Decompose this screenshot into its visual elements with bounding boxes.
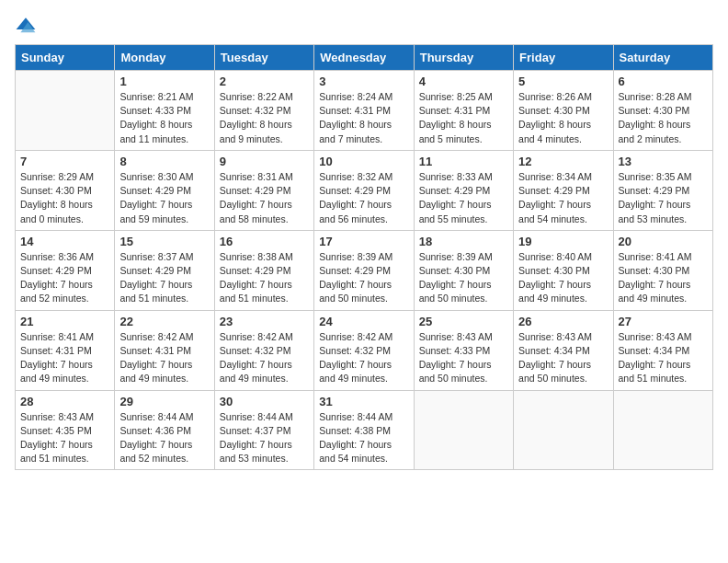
day-info: Sunrise: 8:43 AM Sunset: 4:34 PM Dayligh…: [518, 330, 608, 386]
weekday-header-thursday: Thursday: [414, 45, 513, 71]
day-info: Sunrise: 8:40 AM Sunset: 4:30 PM Dayligh…: [518, 250, 608, 306]
calendar-cell: 22Sunrise: 8:42 AM Sunset: 4:31 PM Dayli…: [115, 310, 214, 390]
day-info: Sunrise: 8:25 AM Sunset: 4:31 PM Dayligh…: [419, 90, 508, 146]
weekday-header-tuesday: Tuesday: [214, 45, 313, 71]
day-number: 22: [119, 315, 209, 328]
calendar-cell: 31Sunrise: 8:44 AM Sunset: 4:38 PM Dayli…: [314, 390, 414, 470]
day-info: Sunrise: 8:44 AM Sunset: 4:36 PM Dayligh…: [119, 410, 209, 466]
calendar-cell: 20Sunrise: 8:41 AM Sunset: 4:30 PM Dayli…: [613, 230, 712, 310]
calendar-cell: 21Sunrise: 8:41 AM Sunset: 4:31 PM Dayli…: [16, 310, 115, 390]
calendar-cell: 10Sunrise: 8:32 AM Sunset: 4:29 PM Dayli…: [314, 150, 414, 230]
logo: [15, 15, 40, 37]
calendar-table: SundayMondayTuesdayWednesdayThursdayFrid…: [15, 44, 713, 470]
day-number: 20: [619, 235, 708, 248]
day-info: Sunrise: 8:31 AM Sunset: 4:29 PM Dayligh…: [220, 170, 309, 226]
calendar-header-row: SundayMondayTuesdayWednesdayThursdayFrid…: [16, 45, 713, 71]
day-info: Sunrise: 8:39 AM Sunset: 4:29 PM Dayligh…: [319, 250, 408, 306]
calendar-cell: 27Sunrise: 8:43 AM Sunset: 4:34 PM Dayli…: [613, 310, 712, 390]
day-number: 28: [20, 395, 109, 408]
day-info: Sunrise: 8:36 AM Sunset: 4:29 PM Dayligh…: [20, 250, 109, 306]
day-number: 3: [319, 75, 408, 88]
day-number: 1: [119, 75, 209, 88]
day-number: 26: [518, 315, 608, 328]
day-number: 8: [119, 155, 209, 168]
calendar-cell: 19Sunrise: 8:40 AM Sunset: 4:30 PM Dayli…: [514, 230, 613, 310]
day-number: 5: [518, 75, 608, 88]
day-number: 21: [20, 315, 109, 328]
day-number: 2: [220, 75, 309, 88]
day-number: 7: [20, 155, 109, 168]
weekday-header-friday: Friday: [514, 45, 613, 71]
day-info: Sunrise: 8:44 AM Sunset: 4:38 PM Dayligh…: [319, 410, 408, 466]
calendar-cell: 3Sunrise: 8:24 AM Sunset: 4:31 PM Daylig…: [314, 71, 414, 151]
calendar-cell: 25Sunrise: 8:43 AM Sunset: 4:33 PM Dayli…: [414, 310, 513, 390]
day-info: Sunrise: 8:39 AM Sunset: 4:30 PM Dayligh…: [419, 250, 508, 306]
day-info: Sunrise: 8:37 AM Sunset: 4:29 PM Dayligh…: [119, 250, 209, 306]
calendar-cell: 14Sunrise: 8:36 AM Sunset: 4:29 PM Dayli…: [16, 230, 115, 310]
calendar-cell: 18Sunrise: 8:39 AM Sunset: 4:30 PM Dayli…: [414, 230, 513, 310]
calendar-cell: 2Sunrise: 8:22 AM Sunset: 4:32 PM Daylig…: [214, 71, 313, 151]
weekday-header-saturday: Saturday: [613, 45, 712, 71]
day-number: 16: [220, 235, 309, 248]
day-info: Sunrise: 8:41 AM Sunset: 4:30 PM Dayligh…: [619, 250, 708, 306]
calendar-cell: [414, 390, 513, 470]
calendar-cell: 24Sunrise: 8:42 AM Sunset: 4:32 PM Dayli…: [314, 310, 414, 390]
day-info: Sunrise: 8:28 AM Sunset: 4:30 PM Dayligh…: [619, 90, 708, 146]
calendar-week-row: 1Sunrise: 8:21 AM Sunset: 4:33 PM Daylig…: [16, 71, 713, 151]
day-info: Sunrise: 8:21 AM Sunset: 4:33 PM Dayligh…: [119, 90, 209, 146]
calendar-cell: 1Sunrise: 8:21 AM Sunset: 4:33 PM Daylig…: [115, 71, 214, 151]
day-info: Sunrise: 8:38 AM Sunset: 4:29 PM Dayligh…: [220, 250, 309, 306]
calendar-cell: [613, 390, 712, 470]
calendar-cell: 12Sunrise: 8:34 AM Sunset: 4:29 PM Dayli…: [514, 150, 613, 230]
day-info: Sunrise: 8:22 AM Sunset: 4:32 PM Dayligh…: [220, 90, 309, 146]
day-number: 12: [518, 155, 608, 168]
day-number: 19: [518, 235, 608, 248]
day-number: 25: [419, 315, 508, 328]
day-info: Sunrise: 8:29 AM Sunset: 4:30 PM Dayligh…: [20, 170, 109, 226]
day-info: Sunrise: 8:43 AM Sunset: 4:34 PM Dayligh…: [619, 330, 708, 386]
day-info: Sunrise: 8:44 AM Sunset: 4:37 PM Dayligh…: [220, 410, 309, 466]
calendar-cell: [16, 71, 115, 151]
day-info: Sunrise: 8:33 AM Sunset: 4:29 PM Dayligh…: [419, 170, 508, 226]
day-info: Sunrise: 8:41 AM Sunset: 4:31 PM Dayligh…: [20, 330, 109, 386]
day-number: 23: [220, 315, 309, 328]
calendar-cell: 8Sunrise: 8:30 AM Sunset: 4:29 PM Daylig…: [115, 150, 214, 230]
day-info: Sunrise: 8:42 AM Sunset: 4:31 PM Dayligh…: [119, 330, 209, 386]
day-number: 14: [20, 235, 109, 248]
day-number: 31: [319, 395, 408, 408]
calendar-cell: 9Sunrise: 8:31 AM Sunset: 4:29 PM Daylig…: [214, 150, 313, 230]
day-number: 24: [319, 315, 408, 328]
day-info: Sunrise: 8:30 AM Sunset: 4:29 PM Dayligh…: [119, 170, 209, 226]
day-info: Sunrise: 8:42 AM Sunset: 4:32 PM Dayligh…: [220, 330, 309, 386]
weekday-header-sunday: Sunday: [16, 45, 115, 71]
day-number: 9: [220, 155, 309, 168]
calendar-cell: 28Sunrise: 8:43 AM Sunset: 4:35 PM Dayli…: [16, 390, 115, 470]
calendar-cell: 26Sunrise: 8:43 AM Sunset: 4:34 PM Dayli…: [514, 310, 613, 390]
calendar-cell: 29Sunrise: 8:44 AM Sunset: 4:36 PM Dayli…: [115, 390, 214, 470]
day-info: Sunrise: 8:26 AM Sunset: 4:30 PM Dayligh…: [518, 90, 608, 146]
day-number: 10: [319, 155, 408, 168]
day-number: 27: [619, 315, 708, 328]
day-number: 30: [220, 395, 309, 408]
calendar-cell: 4Sunrise: 8:25 AM Sunset: 4:31 PM Daylig…: [414, 71, 513, 151]
calendar-week-row: 7Sunrise: 8:29 AM Sunset: 4:30 PM Daylig…: [16, 150, 713, 230]
day-info: Sunrise: 8:43 AM Sunset: 4:35 PM Dayligh…: [20, 410, 109, 466]
calendar-cell: 23Sunrise: 8:42 AM Sunset: 4:32 PM Dayli…: [214, 310, 313, 390]
calendar-week-row: 21Sunrise: 8:41 AM Sunset: 4:31 PM Dayli…: [16, 310, 713, 390]
day-number: 15: [119, 235, 209, 248]
day-info: Sunrise: 8:43 AM Sunset: 4:33 PM Dayligh…: [419, 330, 508, 386]
day-info: Sunrise: 8:34 AM Sunset: 4:29 PM Dayligh…: [518, 170, 608, 226]
day-info: Sunrise: 8:35 AM Sunset: 4:29 PM Dayligh…: [619, 170, 708, 226]
day-number: 13: [619, 155, 708, 168]
logo-icon: [15, 15, 37, 37]
day-number: 17: [319, 235, 408, 248]
day-info: Sunrise: 8:42 AM Sunset: 4:32 PM Dayligh…: [319, 330, 408, 386]
day-info: Sunrise: 8:32 AM Sunset: 4:29 PM Dayligh…: [319, 170, 408, 226]
day-number: 29: [119, 395, 209, 408]
calendar-cell: 6Sunrise: 8:28 AM Sunset: 4:30 PM Daylig…: [613, 71, 712, 151]
weekday-header-monday: Monday: [115, 45, 214, 71]
day-number: 4: [419, 75, 508, 88]
calendar-cell: 17Sunrise: 8:39 AM Sunset: 4:29 PM Dayli…: [314, 230, 414, 310]
calendar-cell: 16Sunrise: 8:38 AM Sunset: 4:29 PM Dayli…: [214, 230, 313, 310]
calendar-cell: 15Sunrise: 8:37 AM Sunset: 4:29 PM Dayli…: [115, 230, 214, 310]
